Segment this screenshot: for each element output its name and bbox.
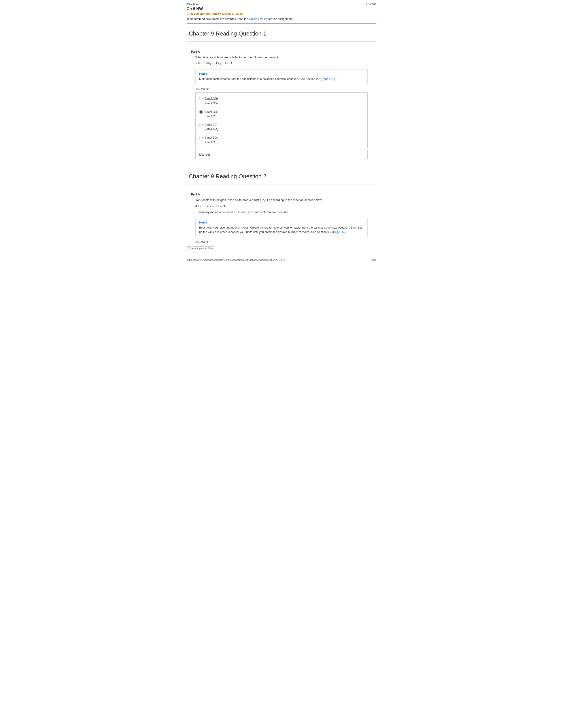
q2-part-label: Part A	[186, 193, 377, 196]
top-bar-chapter: Ch 9 HW	[366, 2, 377, 5]
q1-hint-box: Hint 1. Mole-mole factors come from the …	[195, 69, 368, 84]
q2-typesetting-note: Typesetting math: 75%	[186, 246, 377, 250]
top-bar-date: 3/31/2019	[186, 2, 198, 5]
q1-option-3[interactable]: 2 mol CO 2 mol SO2	[199, 122, 364, 131]
q1-divider	[186, 46, 377, 46]
question-2-section: Chapter 9 Reading Question 2 Part A Iron…	[186, 169, 377, 251]
grading-note-suffix: for this assignment.	[267, 17, 293, 21]
q1-option-1-text: 1 mol SO2 2 mol CS2	[205, 96, 218, 106]
page-title: Ch 9 HW	[186, 7, 377, 11]
q1-correct-box: Correct	[195, 150, 368, 159]
q1-radio-2[interactable]	[199, 110, 203, 114]
q1-hint-link[interactable]: Page 252	[322, 77, 334, 81]
grading-note: To understand how points are awarded, re…	[186, 17, 377, 21]
q2-text-line2: 4 Fe + 3 O2 → 2 Fe2O3	[186, 204, 377, 209]
q2-hint-box: Hint 1. Begin with your given number of …	[195, 218, 368, 237]
q1-option-1[interactable]: 1 mol SO2 2 mol CS2	[199, 96, 364, 106]
q1-radio-2-inner	[200, 111, 202, 113]
q2-hint-title: Hint 1.	[199, 221, 364, 224]
q2-answer-label: ANSWER:	[186, 240, 377, 244]
q1-q2-divider	[186, 166, 377, 166]
question-2-header: Chapter 9 Reading Question 2	[186, 169, 377, 184]
q1-radio-1[interactable]	[199, 97, 203, 100]
q1-hint-text: Mole-mole factors come from the coeffici…	[199, 77, 364, 81]
q2-hint-link[interactable]: Page 252	[333, 230, 346, 234]
footer-page: 1/15	[372, 259, 377, 261]
q1-option-2[interactable]: 4 mol CO 5 mol C	[199, 110, 364, 118]
q2-hint-text: Begin with your given number of moles. C…	[199, 225, 364, 234]
q2-text-line3: How many moles of rust can be formed if …	[186, 210, 377, 214]
footer-url: https://session.masteringchemistry.com/m…	[186, 259, 285, 261]
due-date: Due: 11:59pm on Sunday, March 31, 2019	[186, 12, 377, 15]
q1-radio-4[interactable]	[199, 136, 203, 139]
grading-note-prefix: To understand how points are awarded, re…	[186, 17, 249, 21]
q1-hint-title: Hint 1.	[199, 72, 364, 75]
q1-option-2-text: 4 mol CO 5 mol C	[205, 110, 217, 118]
footer-bar: https://session.masteringchemistry.com/m…	[186, 257, 377, 261]
q1-correct-label: Correct	[199, 153, 210, 156]
page-wrapper: 3/31/2019 Ch 9 HW Ch 9 HW Due: 11:59pm o…	[182, 0, 381, 270]
q1-text-line2: 5 C + 2 SO2 → CS2 + 4 CO	[186, 61, 377, 66]
q1-answer-label: ANSWER:	[186, 87, 377, 91]
q1-option-4-text: 5 mol SO2 2 mol C	[205, 135, 218, 144]
q1-answer-options: 1 mol SO2 2 mol CS2 4 mol CO 5 mol C 2 m…	[195, 92, 368, 148]
q1-option-3-text: 2 mol CO 2 mol SO2	[205, 122, 218, 131]
question-1-section: Chapter 9 Reading Question 1 Part A What…	[186, 26, 377, 159]
grading-policy-link[interactable]: Grading Policy	[249, 17, 268, 21]
q1-option-4[interactable]: 5 mol SO2 2 mol C	[199, 135, 364, 144]
q1-part-label: Part A	[186, 50, 377, 53]
q2-text-line1: Iron reacts with oxygen in the air to pr…	[186, 198, 377, 203]
q1-text-line1: What is a possible mole-mole factor for …	[186, 55, 377, 60]
top-bar: 3/31/2019 Ch 9 HW	[186, 2, 377, 5]
top-divider	[186, 23, 377, 24]
q1-radio-3[interactable]	[199, 123, 203, 126]
question-1-header: Chapter 9 Reading Question 1	[186, 26, 377, 42]
